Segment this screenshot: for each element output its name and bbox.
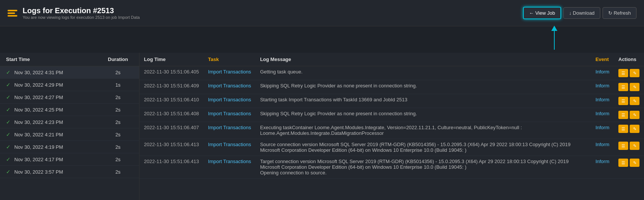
log-edit-button[interactable]: ✎ xyxy=(630,142,639,150)
log-list-button[interactable]: ☰ xyxy=(618,83,628,91)
check-icon: ✓ xyxy=(6,119,11,125)
exec-duration: 2s xyxy=(103,119,133,125)
execution-list-item[interactable]: ✓ Nov 30, 2022 4:17 PM 2s xyxy=(0,153,139,166)
log-time-cell: 2022-11-30 15:51:06.413 xyxy=(139,156,203,179)
exec-duration: 2s xyxy=(103,95,133,100)
log-table-body: 2022-11-30 15:51:06.405 Import Transacti… xyxy=(139,66,644,179)
check-icon: ✓ xyxy=(6,69,11,75)
execution-list-item[interactable]: ✓ Nov 30, 2022 4:31 PM 2s xyxy=(0,66,139,79)
download-button[interactable]: ↓ Download xyxy=(563,7,600,19)
execution-list-item[interactable]: ✓ Nov 30, 2022 4:19 PM 2s xyxy=(0,141,139,153)
execution-list-panel: Start Time Duration ✓ Nov 30, 2022 4:31 … xyxy=(0,53,139,200)
log-table-row: 2022-11-30 15:51:06.413 Import Transacti… xyxy=(139,156,644,179)
log-edit-button[interactable]: ✎ xyxy=(630,111,639,119)
log-task-cell: Import Transactions xyxy=(203,122,255,139)
execution-list-item[interactable]: ✓ Nov 30, 2022 4:23 PM 2s xyxy=(0,116,139,128)
log-event-cell: Inform xyxy=(591,94,614,108)
exec-start-time: Nov 30, 2022 4:25 PM xyxy=(14,107,103,113)
exec-duration: 2s xyxy=(103,169,133,175)
col-log-message-header: Log Message xyxy=(255,53,591,66)
col-event-header: Event xyxy=(591,53,614,66)
execution-rows-container: ✓ Nov 30, 2022 4:31 PM 2s ✓ Nov 30, 2022… xyxy=(0,66,139,178)
log-table: Log Time Task Log Message Event Actions … xyxy=(139,53,644,179)
exec-duration: 2s xyxy=(103,132,133,137)
check-icon: ✓ xyxy=(6,94,11,100)
log-table-panel: Log Time Task Log Message Event Actions … xyxy=(139,53,644,200)
log-list-button[interactable]: ☰ xyxy=(618,111,628,119)
check-icon: ✓ xyxy=(6,156,11,162)
log-edit-button[interactable]: ✎ xyxy=(630,69,639,77)
exec-start-time: Nov 30, 2022 4:29 PM xyxy=(14,82,103,88)
log-task-cell: Import Transactions xyxy=(203,156,255,179)
header-actions: ← View Job ↓ Download ↻ Refresh xyxy=(523,7,636,19)
check-icon: ✓ xyxy=(6,144,11,150)
execution-list-item[interactable]: ✓ Nov 30, 2022 4:25 PM 2s xyxy=(0,104,139,116)
log-message-cell: Target connection version Microsoft SQL … xyxy=(255,156,591,179)
log-event-cell: Inform xyxy=(591,66,614,80)
log-message-cell: Skipping SQL Retry Logic Provider as non… xyxy=(255,80,591,94)
log-time-cell: 2022-11-30 15:51:06.413 xyxy=(139,139,203,156)
check-icon: ✓ xyxy=(6,131,11,137)
exec-start-time: Nov 30, 2022 4:31 PM xyxy=(14,70,103,75)
log-event-cell: Inform xyxy=(591,156,614,179)
exec-duration: 2s xyxy=(103,157,133,162)
log-list-button[interactable]: ☰ xyxy=(618,97,628,105)
col-log-time-header: Log Time xyxy=(139,53,203,66)
log-task-cell: Import Transactions xyxy=(203,66,255,80)
log-message-cell: Skipping SQL Retry Logic Provider as non… xyxy=(255,108,591,122)
log-task-cell: Import Transactions xyxy=(203,80,255,94)
log-actions-cell: ☰ ✎ xyxy=(614,94,644,108)
log-table-row: 2022-11-30 15:51:06.413 Import Transacti… xyxy=(139,139,644,156)
log-message-cell: Getting task queue. xyxy=(255,66,591,80)
log-edit-button[interactable]: ✎ xyxy=(630,97,639,105)
log-task-cell: Import Transactions xyxy=(203,94,255,108)
execution-list-header: Start Time Duration xyxy=(0,53,139,66)
log-event-cell: Inform xyxy=(591,139,614,156)
log-time-cell: 2022-11-30 15:51:06.407 xyxy=(139,122,203,139)
log-edit-button[interactable]: ✎ xyxy=(630,83,639,91)
exec-start-time: Nov 30, 2022 4:23 PM xyxy=(14,119,103,125)
log-list-button[interactable]: ☰ xyxy=(618,125,628,133)
log-edit-button[interactable]: ✎ xyxy=(630,159,639,167)
exec-duration: 2s xyxy=(103,144,133,150)
log-edit-button[interactable]: ✎ xyxy=(630,125,639,133)
exec-duration: 2s xyxy=(103,107,133,113)
execution-list-item[interactable]: ✓ Nov 30, 2022 4:21 PM 2s xyxy=(0,128,139,141)
check-icon: ✓ xyxy=(6,169,11,175)
log-actions-cell: ☰ ✎ xyxy=(614,80,644,94)
log-actions-cell: ☰ ✎ xyxy=(614,108,644,122)
view-job-button[interactable]: ← View Job xyxy=(523,7,561,19)
col-duration-header: Duration xyxy=(103,56,133,62)
log-table-row: 2022-11-30 15:51:06.407 Import Transacti… xyxy=(139,122,644,139)
page-header: Logs for Execution #2513 You are now vie… xyxy=(0,0,644,26)
page-subtitle: You are now viewing logs for execution 2… xyxy=(23,15,140,20)
log-list-button[interactable]: ☰ xyxy=(618,69,628,77)
exec-duration: 2s xyxy=(103,70,133,75)
exec-start-time: Nov 30, 2022 4:21 PM xyxy=(14,132,103,137)
log-list-button[interactable]: ☰ xyxy=(618,142,628,150)
log-event-cell: Inform xyxy=(591,122,614,139)
execution-list-item[interactable]: ✓ Nov 30, 2022 3:57 PM 2s xyxy=(0,166,139,178)
refresh-button[interactable]: ↻ Refresh xyxy=(603,7,636,19)
header-left: Logs for Execution #2513 You are now vie… xyxy=(8,6,140,20)
log-event-cell: Inform xyxy=(591,108,614,122)
log-table-row: 2022-11-30 15:51:06.410 Import Transacti… xyxy=(139,94,644,108)
log-list-button[interactable]: ☰ xyxy=(618,159,628,167)
execution-list-item[interactable]: ✓ Nov 30, 2022 4:27 PM 2s xyxy=(0,91,139,104)
log-time-cell: 2022-11-30 15:51:06.405 xyxy=(139,66,203,80)
log-actions-cell: ☰ ✎ xyxy=(614,139,644,156)
log-table-row: 2022-11-30 15:51:06.405 Import Transacti… xyxy=(139,66,644,80)
log-event-cell: Inform xyxy=(591,80,614,94)
check-icon: ✓ xyxy=(6,82,11,88)
exec-start-time: Nov 30, 2022 4:19 PM xyxy=(14,144,103,150)
col-actions-header: Actions xyxy=(614,53,644,66)
page-title: Logs for Execution #2513 xyxy=(23,6,140,15)
arrow-head-icon xyxy=(551,26,557,31)
execution-list-item[interactable]: ✓ Nov 30, 2022 4:29 PM 1s xyxy=(0,79,139,91)
log-task-cell: Import Transactions xyxy=(203,108,255,122)
log-actions-cell: ☰ ✎ xyxy=(614,156,644,179)
log-message-cell: Executing taskContainer Loome.Agent.Modu… xyxy=(255,122,591,139)
log-actions-cell: ☰ ✎ xyxy=(614,122,644,139)
col-task-header: Task xyxy=(203,53,255,66)
log-message-cell: Source connection version Microsoft SQL … xyxy=(255,139,591,156)
